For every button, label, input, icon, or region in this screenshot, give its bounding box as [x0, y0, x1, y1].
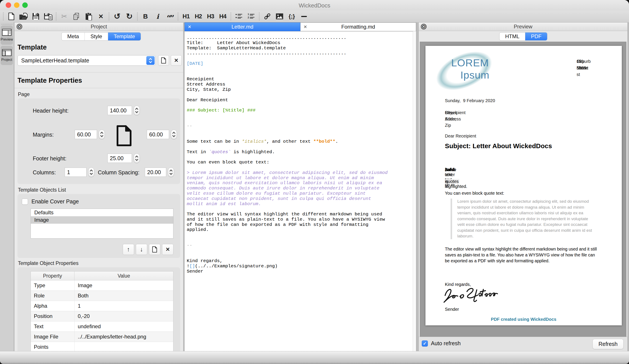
- project-panel: ✕ Project Meta Style Template Template S…: [14, 22, 183, 351]
- table-row-points[interactable]: Points: [31, 342, 173, 352]
- header-height-field[interactable]: 140.00: [107, 106, 132, 115]
- footer-height-stepper[interactable]: [134, 153, 140, 163]
- logo-text-ipsum: Ipsum: [460, 69, 489, 81]
- table-row-text[interactable]: Text undefined: [31, 321, 173, 332]
- italic-button[interactable]: i: [152, 11, 164, 21]
- refresh-button[interactable]: Refresh: [593, 339, 624, 349]
- editor-scrollbar[interactable]: [413, 31, 416, 351]
- close-project-panel-icon[interactable]: ✕: [16, 24, 22, 29]
- remove-template-button[interactable]: ✕: [171, 55, 182, 66]
- cut-button[interactable]: ✂: [58, 11, 70, 21]
- tab-style[interactable]: Style: [85, 32, 108, 40]
- toggle-project-button[interactable]: Project: [1, 46, 13, 65]
- heading2-button[interactable]: H2: [192, 11, 204, 21]
- toggle-preview-button[interactable]: Preview: [1, 25, 13, 45]
- table-row-position[interactable]: Position 0,-20: [31, 311, 173, 321]
- paste-clipboard-icon: [85, 12, 92, 20]
- blockquote-button[interactable]: “”: [164, 11, 176, 21]
- tab-meta[interactable]: Meta: [62, 32, 85, 40]
- close-tab-icon[interactable]: ✕: [301, 24, 310, 29]
- enable-cover-page-label: Enable Cover Page: [31, 198, 79, 205]
- columns-field[interactable]: 1: [65, 168, 86, 177]
- move-object-down-button[interactable]: ↓: [136, 244, 147, 255]
- table-row-image-file[interactable]: Image File ../../Examples/letter-head.pn…: [31, 332, 173, 342]
- save-button[interactable]: [30, 11, 42, 21]
- new-template-button[interactable]: [158, 55, 169, 66]
- insert-code-button[interactable]: {;}: [286, 11, 298, 21]
- subject-heading: Subject: Letter About WickedDocs: [445, 142, 552, 150]
- table-row-alpha[interactable]: Alpha 1: [31, 301, 173, 311]
- margin-right-stepper[interactable]: [171, 130, 177, 139]
- workspace: Preview Project ✕ Project Meta Style Tem…: [0, 22, 629, 351]
- template-dropdown[interactable]: SampleLetterHead.template: [17, 55, 156, 66]
- tab-html[interactable]: HTML: [499, 32, 525, 40]
- add-object-button[interactable]: [149, 244, 160, 255]
- object-list-item-defaults[interactable]: Defaults: [31, 209, 173, 216]
- insert-image-button[interactable]: [274, 11, 286, 21]
- markdown-editor[interactable]: ........................................…: [184, 31, 413, 351]
- paste-button[interactable]: [83, 11, 95, 21]
- bullet-list-button[interactable]: [233, 11, 245, 21]
- dropdown-stepper-icon[interactable]: [146, 56, 155, 65]
- object-list-item-image[interactable]: Image: [31, 216, 173, 224]
- rail-drag-handle[interactable]: [1, 24, 12, 24]
- margin-left-stepper[interactable]: [99, 130, 105, 139]
- heading4-button[interactable]: H4: [217, 11, 229, 21]
- column-spacing-label: Column Spacing:: [98, 169, 139, 176]
- redo-button[interactable]: ↻: [123, 11, 135, 21]
- close-preview-panel-icon[interactable]: ✕: [421, 24, 427, 29]
- bold-button[interactable]: B: [139, 11, 152, 21]
- pdf-viewer[interactable]: LOREM Ipsum 15 Street st Suburb Name Cit…: [420, 42, 627, 337]
- tab-label: Letter.md: [194, 24, 291, 30]
- preview-panel-title: Preview: [514, 24, 532, 30]
- footer-height-label: Footer height:: [33, 155, 66, 162]
- salutation: Dear Receipient: [445, 134, 476, 139]
- remove-object-button[interactable]: ✕: [162, 244, 173, 255]
- save-floppy-icon: [32, 13, 39, 20]
- enable-cover-page-checkbox[interactable]: [22, 199, 28, 205]
- toolbar: ✂ ✕ ↺ ↻ B i “” H1 H2 H3 H4 12: [0, 10, 629, 22]
- save-as-button[interactable]: [42, 11, 54, 21]
- checkmark-icon: ✓: [423, 341, 427, 346]
- close-tab-icon[interactable]: ✕: [185, 24, 194, 29]
- column-spacing-field[interactable]: 20.00: [145, 168, 166, 177]
- table-header-row: Property Value: [31, 272, 173, 280]
- auto-refresh-checkbox[interactable]: ✓: [422, 340, 428, 347]
- table-row-type[interactable]: Type Image: [31, 280, 173, 291]
- heading1-button[interactable]: H1: [180, 11, 192, 21]
- value-cell: [74, 342, 173, 352]
- copy-button[interactable]: [70, 11, 83, 21]
- new-document-button[interactable]: [5, 11, 17, 21]
- columns-stepper[interactable]: [88, 167, 94, 177]
- object-properties-label: Template Object Properties: [18, 260, 78, 266]
- tab-formatting-md[interactable]: ✕ Formatting.md: [300, 22, 416, 31]
- tab-template[interactable]: Template: [108, 32, 141, 40]
- horizontal-rule-button[interactable]: [298, 11, 310, 21]
- h2-icon: H2: [195, 13, 202, 20]
- numbered-list-button[interactable]: 12: [245, 11, 257, 21]
- margin-right-field[interactable]: 60.00: [147, 130, 169, 139]
- margin-left-field[interactable]: 60.00: [75, 130, 97, 139]
- move-object-up-button[interactable]: ↑: [123, 244, 134, 255]
- heading3-button[interactable]: H3: [204, 11, 217, 21]
- divider: [14, 88, 183, 88]
- table-row-role[interactable]: Role Both: [31, 291, 173, 301]
- delete-button[interactable]: ✕: [95, 11, 107, 21]
- open-document-button[interactable]: [17, 11, 30, 21]
- open-folder-icon: [19, 12, 28, 20]
- undo-button[interactable]: ↺: [111, 11, 123, 21]
- tab-pdf[interactable]: PDF: [525, 32, 547, 40]
- property-column-header[interactable]: Property: [31, 272, 74, 280]
- header-height-stepper[interactable]: [134, 106, 140, 115]
- toolbar-separator: [137, 12, 138, 20]
- value-column-header[interactable]: Value: [74, 272, 173, 280]
- quote-icon: “”: [167, 13, 173, 20]
- footer-height-field[interactable]: 25.00: [107, 154, 132, 163]
- code-icon: {;}: [289, 13, 295, 20]
- tab-letter-md[interactable]: ✕ Letter.md: [184, 22, 300, 31]
- property-cell: Alpha: [31, 301, 74, 311]
- new-document-icon: [8, 12, 15, 20]
- column-spacing-stepper[interactable]: [168, 167, 174, 177]
- insert-link-button[interactable]: [261, 11, 274, 21]
- project-panel-header: ✕ Project: [14, 22, 183, 31]
